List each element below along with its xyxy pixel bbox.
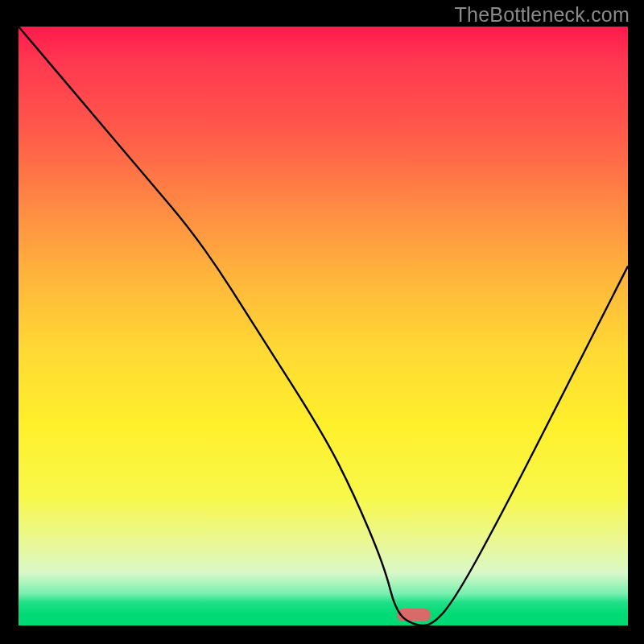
chart-baseline-bar bbox=[19, 614, 628, 625]
chart-background-gradient bbox=[19, 27, 628, 614]
chart-frame bbox=[19, 27, 628, 625]
watermark-text: TheBottleneck.com bbox=[455, 3, 630, 27]
bottleneck-marker bbox=[397, 609, 431, 621]
